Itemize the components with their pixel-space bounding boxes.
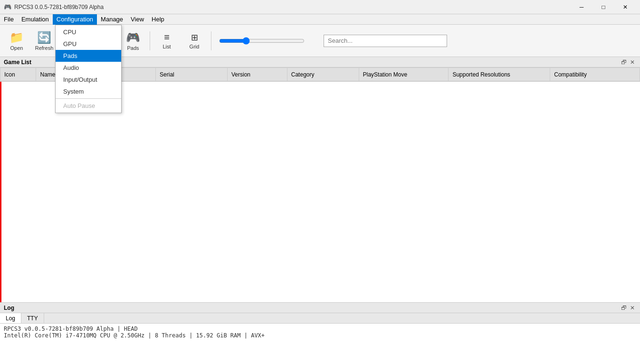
close-panel-button[interactable]: ✕ — [629, 58, 636, 66]
menu-gpu[interactable]: GPU — [56, 38, 121, 50]
window-title: RPCS3 0.0.5-7281-bf89b709 Alpha — [14, 4, 571, 10]
restore-button[interactable]: 🗗 — [620, 58, 628, 66]
menu-audio[interactable]: Audio — [56, 62, 121, 74]
log-title: Log — [4, 305, 14, 311]
list-label: List — [162, 44, 171, 49]
open-label: Open — [10, 45, 23, 51]
log-content: RPCS3 v0.0.5-7281-bf89b709 Alpha | HEAD … — [0, 324, 640, 364]
col-serial: Serial — [156, 68, 228, 81]
open-icon: 📁 — [10, 31, 24, 44]
grid-icon: ⊞ — [191, 32, 198, 43]
app-window: 🎮 RPCS3 0.0.5-7281-bf89b709 Alpha ─ □ ✕ … — [0, 0, 640, 364]
window-controls: ─ □ ✕ — [571, 0, 636, 14]
red-indicator-bar — [0, 82, 1, 303]
log-line-1: RPCS3 v0.0.5-7281-bf89b709 Alpha | HEAD — [4, 326, 636, 332]
zoom-slider-area — [219, 37, 314, 45]
menu-view[interactable]: View — [127, 14, 148, 25]
toolbar-separator-3 — [211, 31, 211, 50]
menu-manage[interactable]: Manage — [97, 14, 127, 25]
log-close-button[interactable]: ✕ — [629, 304, 636, 312]
search-input[interactable] — [324, 35, 447, 47]
col-version: Version — [228, 68, 287, 81]
menu-help[interactable]: Help — [148, 14, 168, 25]
menu-input-output[interactable]: Input/Output — [56, 74, 121, 86]
pads-label: Pads — [127, 45, 139, 51]
menubar: File Emulation Configuration Manage View… — [0, 14, 640, 25]
col-compatibility: Compatibility — [550, 68, 640, 81]
col-category: Category — [287, 68, 359, 81]
maximize-button[interactable]: □ — [592, 0, 614, 14]
open-button[interactable]: 📁 Open — [4, 27, 29, 55]
menu-auto-pause[interactable]: Auto Pause — [56, 100, 121, 112]
grid-button[interactable]: ⊞ Grid — [181, 27, 207, 55]
menu-cpu[interactable]: CPU — [56, 26, 121, 38]
zoom-slider[interactable] — [219, 37, 305, 45]
pads-icon: 🎮 — [126, 31, 140, 44]
tab-tty[interactable]: TTY — [21, 313, 44, 323]
game-list-title: Game List — [4, 59, 31, 66]
menu-pads[interactable]: Pads — [56, 50, 121, 62]
refresh-label: Refresh — [35, 45, 54, 51]
col-icon: Icon — [0, 68, 36, 81]
refresh-icon: 🔄 — [37, 31, 51, 44]
dropdown-separator — [56, 98, 121, 99]
titlebar: 🎮 RPCS3 0.0.5-7281-bf89b709 Alpha ─ □ ✕ — [0, 0, 640, 14]
log-restore-button[interactable]: 🗗 — [620, 304, 628, 312]
close-button[interactable]: ✕ — [614, 0, 636, 14]
tab-log[interactable]: Log — [0, 313, 21, 323]
log-area: Log 🗗 ✕ Log TTY RPCS3 v0.0.5-7281-bf89b7… — [0, 302, 640, 364]
menu-emulation[interactable]: Emulation — [18, 14, 53, 25]
refresh-button[interactable]: 🔄 Refresh — [31, 27, 57, 55]
menu-configuration[interactable]: Configuration — [53, 14, 97, 25]
log-line-2: Intel(R) Core(TM) i7-4710MQ CPU @ 2.50GH… — [4, 332, 636, 339]
col-playstation-move: PlayStation Move — [359, 68, 449, 81]
search-area — [324, 35, 447, 47]
menu-file[interactable]: File — [0, 14, 18, 25]
content-area — [0, 82, 640, 303]
app-icon: 🎮 — [4, 3, 11, 11]
game-list-header-actions: 🗗 ✕ — [620, 58, 636, 66]
menu-system[interactable]: System — [56, 86, 121, 97]
grid-label: Grid — [190, 44, 200, 49]
list-button[interactable]: ≡ List — [154, 27, 180, 55]
minimize-button[interactable]: ─ — [571, 0, 592, 14]
configuration-dropdown: CPU GPU Pads Audio Input/Output System A… — [55, 25, 122, 113]
log-tabs: Log TTY — [0, 313, 640, 324]
pads-button[interactable]: 🎮 Pads — [120, 27, 146, 55]
toolbar-separator-2 — [150, 31, 150, 50]
log-header-actions: 🗗 ✕ — [620, 304, 636, 312]
col-supported-resolutions: Supported Resolutions — [449, 68, 550, 81]
list-icon: ≡ — [164, 32, 170, 43]
log-header: Log 🗗 ✕ — [0, 303, 640, 313]
